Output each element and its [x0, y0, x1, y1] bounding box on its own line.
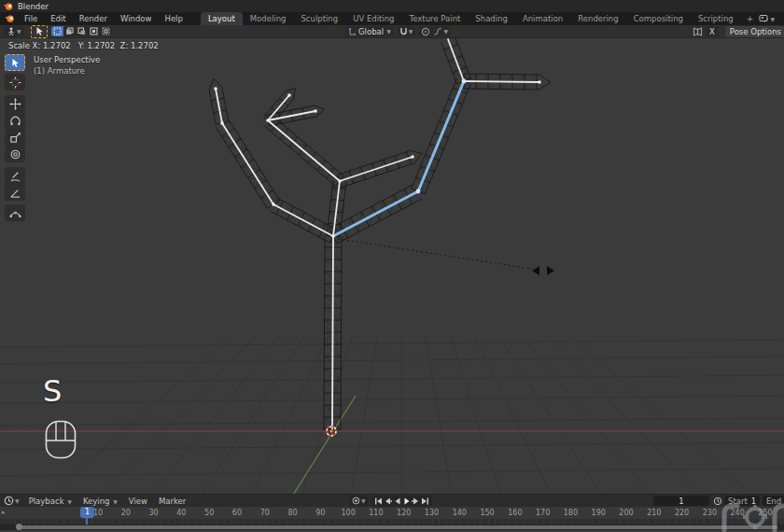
- ruler-frame-label: 110: [364, 509, 388, 517]
- orientation-axes-icon: [348, 27, 357, 35]
- auto-keying-record-button[interactable]: [351, 497, 360, 506]
- ruler-frame-label: 60: [225, 509, 249, 517]
- tab-scripting[interactable]: Scripting: [691, 12, 741, 25]
- ruler-frame-label: 30: [142, 509, 166, 517]
- tab-rendering[interactable]: Rendering: [570, 12, 625, 25]
- orientation-label: Global: [358, 27, 384, 36]
- timeline-menu-marker[interactable]: Marker: [153, 497, 191, 506]
- bone[interactable]: [273, 204, 333, 236]
- timeline-clock-icon: [4, 496, 14, 506]
- tab-compositing[interactable]: Compositing: [626, 12, 691, 25]
- measure-icon: [9, 187, 21, 199]
- blender-logo-icon: [4, 2, 13, 11]
- select-mode-subtract-icon[interactable]: [76, 26, 88, 36]
- jump-to-end-button[interactable]: [421, 497, 430, 506]
- timeline-menu-keying[interactable]: Keying ▼: [77, 497, 123, 506]
- tool-pose-breakdowner-button[interactable]: [5, 204, 25, 221]
- bone-selected[interactable]: [333, 191, 418, 236]
- snapping-dropdown[interactable]: ▼: [397, 26, 416, 36]
- chevron-down-icon[interactable]: ▼: [361, 497, 366, 504]
- active-tool-select-box[interactable]: [31, 25, 48, 38]
- titlebar: Blender: [0, 0, 784, 12]
- next-keyframe-button[interactable]: [412, 497, 421, 506]
- pose-options-button[interactable]: Pose Options: [725, 26, 784, 37]
- menu-file[interactable]: File: [18, 14, 44, 23]
- chevron-down-icon: ▼: [17, 28, 21, 35]
- tab-texture-paint[interactable]: Texture Paint: [402, 12, 469, 25]
- tool-move-button[interactable]: [5, 95, 25, 112]
- tool-measure-button[interactable]: [5, 184, 25, 201]
- timeline-menu-view[interactable]: View: [123, 497, 153, 506]
- select-mode-invert-icon[interactable]: [88, 26, 100, 36]
- playback-controls: [372, 496, 432, 507]
- menu-window[interactable]: Window: [114, 14, 159, 23]
- prev-keyframe-button[interactable]: [384, 497, 393, 506]
- scene-selector[interactable]: ▼: [759, 14, 775, 23]
- ruler-frame-label: 50: [197, 509, 221, 517]
- operator-status-text: Scale X: 1.2702 Y: 1.2702 Z: 1.2702: [8, 41, 159, 50]
- tool-cursor-button[interactable]: [5, 74, 25, 91]
- mirror-butterfly-icon: [693, 27, 703, 36]
- bone-selected[interactable]: [418, 81, 464, 191]
- tool-select-box-button[interactable]: [5, 54, 25, 71]
- proportional-editing-group[interactable]: ▼: [418, 26, 451, 36]
- select-cursor-icon: [10, 58, 20, 68]
- timeline-ruler[interactable]: ▸ 1 102030405060708090100110120130140150…: [0, 507, 784, 519]
- view-info: User Perspective (1) Armature: [34, 54, 100, 77]
- chevron-down-icon: ▼: [770, 16, 775, 22]
- falloff-curve-icon: [433, 27, 442, 36]
- tab-sculpting[interactable]: Sculpting: [293, 12, 345, 25]
- ruler-frame-label: 140: [447, 509, 471, 517]
- tool-annotate-button[interactable]: [5, 167, 25, 184]
- viewport-3d[interactable]: [0, 38, 784, 494]
- cursor-tool-icon: [9, 77, 21, 89]
- bone-joint-dot: [272, 203, 275, 206]
- menu-edit[interactable]: Edit: [44, 14, 72, 23]
- bone[interactable]: [340, 157, 413, 181]
- armature-bones[interactable]: [214, 39, 541, 429]
- scrollbar-handle[interactable]: [16, 524, 22, 530]
- tab-shading[interactable]: Shading: [468, 12, 515, 25]
- bone[interactable]: [268, 120, 340, 181]
- mode-dropdown[interactable]: ▼: [4, 26, 24, 36]
- tab-modeling[interactable]: Modeling: [243, 12, 294, 25]
- mouse-cursor-arrows: [532, 266, 554, 275]
- play-reverse-button[interactable]: [393, 497, 402, 506]
- select-mode-extend-icon[interactable]: [63, 26, 76, 36]
- mirror-x-toggle[interactable]: X: [706, 26, 719, 36]
- bone-joint-dot: [314, 109, 317, 113]
- bone-joint-dot: [331, 234, 335, 238]
- tab-animation[interactable]: Animation: [515, 12, 570, 25]
- bone[interactable]: [222, 123, 273, 204]
- timeline-menu-playback[interactable]: Playback ▼: [23, 497, 77, 506]
- tab-layout[interactable]: Layout: [201, 12, 243, 25]
- bone[interactable]: [464, 81, 539, 82]
- window-title: Blender: [18, 2, 49, 11]
- tool-scale-button[interactable]: [5, 129, 25, 146]
- proportional-editing-icon: [421, 27, 430, 36]
- add-workspace-button[interactable]: +: [741, 14, 760, 23]
- transform-orientation-dropdown[interactable]: Global ▼: [345, 26, 394, 36]
- editor-type-dropdown[interactable]: ▼: [4, 496, 20, 506]
- bone[interactable]: [332, 236, 333, 429]
- expand-channels-arrow[interactable]: ▸: [2, 509, 6, 516]
- ruler-frame-label: 10: [86, 509, 110, 517]
- bone-joint-dot: [220, 121, 224, 125]
- scrollbar-thumb[interactable]: [21, 525, 777, 529]
- tab-uv-editing[interactable]: UV Editing: [345, 12, 401, 25]
- jump-to-start-button[interactable]: [374, 497, 384, 506]
- ruler-frame-label: 180: [558, 509, 582, 517]
- tool-rotate-button[interactable]: [5, 112, 25, 129]
- select-mode-intersect-icon[interactable]: [100, 26, 112, 36]
- tree-mesh-wireframe: [209, 38, 784, 429]
- select-mode-set-icon[interactable]: [51, 26, 63, 36]
- menu-render[interactable]: Render: [73, 14, 114, 23]
- ruler-frame-label: 130: [419, 509, 443, 517]
- current-frame-field[interactable]: 1: [653, 496, 709, 506]
- view-perspective-label: User Perspective: [34, 54, 100, 65]
- play-button[interactable]: [402, 497, 412, 506]
- menu-help[interactable]: Help: [158, 14, 189, 23]
- tool-transform-button[interactable]: [5, 146, 25, 162]
- blender-logo-icon[interactable]: [5, 14, 15, 23]
- bone[interactable]: [216, 89, 222, 123]
